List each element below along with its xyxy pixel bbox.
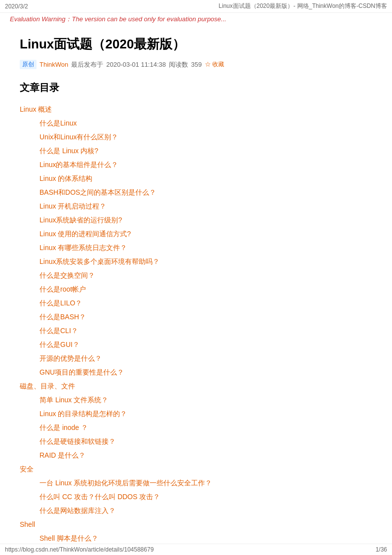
toc-item[interactable]: 什么是 inode ？ bbox=[20, 421, 372, 434]
toc-item[interactable]: BASH和DOS之间的基本区别是什么？ bbox=[20, 185, 372, 199]
top-bar-title: Linux面试题（2020最新版）- 网络_ThinkWon的博客-CSDN博客 bbox=[219, 2, 387, 10]
toc-item[interactable]: Linux的基本组件是什么？ bbox=[20, 158, 372, 171]
top-bar: 2020/3/2 Linux面试题（2020最新版）- 网络_ThinkWon的… bbox=[0, 0, 392, 13]
top-bar-date: 2020/3/2 bbox=[5, 3, 28, 10]
toc-item[interactable]: 什么是LILO？ bbox=[20, 296, 372, 310]
toc-item[interactable]: 什么叫 CC 攻击？什么叫 DDOS 攻击？ bbox=[20, 490, 372, 504]
meta-info: 原创 ThinkWon 最后发布于 2020-03-01 11:14:38 阅读… bbox=[20, 60, 372, 69]
toc-item[interactable]: 什么是CLI？ bbox=[20, 324, 372, 338]
meta-date: 2020-03-01 11:14:38 bbox=[106, 61, 166, 68]
toc-item[interactable]: 什么是BASH？ bbox=[20, 310, 372, 324]
toc-list: Linux 概述什么是LinuxUnix和Linux有什么区别？什么是 Linu… bbox=[20, 102, 372, 555]
toc-item[interactable]: Linux系统安装多个桌面环境有帮助吗？ bbox=[20, 255, 372, 268]
toc-item[interactable]: 什么是网站数据库注入？ bbox=[20, 504, 372, 517]
main-content: Linux面试题（2020最新版） 原创 ThinkWon 最后发布于 2020… bbox=[0, 26, 392, 555]
toc-item[interactable]: 什么是root帐户 bbox=[20, 282, 372, 296]
eval-warning: Evaluation Warning：The version can be us… bbox=[0, 13, 392, 26]
toc-item[interactable]: Linux 概述 bbox=[20, 102, 372, 116]
meta-author[interactable]: ThinkWon bbox=[39, 61, 68, 68]
toc-item[interactable]: 什么是硬链接和软链接？ bbox=[20, 434, 372, 448]
bottom-url[interactable]: https://blog.csdn.net/ThinkWon/article/d… bbox=[5, 546, 154, 553]
toc-item[interactable]: Linux 有哪些系统日志文件？ bbox=[20, 241, 372, 255]
star-icon: ☆ bbox=[205, 61, 211, 68]
toc-item[interactable]: Linux 开机启动过程？ bbox=[20, 199, 372, 213]
bottom-bar: https://blog.csdn.net/ThinkWon/article/d… bbox=[0, 544, 392, 555]
toc-item[interactable]: 什么是Linux bbox=[20, 116, 372, 130]
toc-title: 文章目录 bbox=[20, 81, 372, 94]
bottom-page: 1/36 bbox=[376, 546, 387, 553]
toc-item[interactable]: 磁盘、目录、文件 bbox=[20, 379, 372, 393]
toc-item[interactable]: RAID 是什么？ bbox=[20, 448, 372, 462]
meta-tag: 原创 bbox=[20, 60, 37, 69]
toc-item[interactable]: Shell bbox=[20, 517, 372, 531]
meta-collect[interactable]: ☆ 收藏 bbox=[205, 60, 224, 69]
toc-item[interactable]: Shell 脚本是什么？ bbox=[20, 531, 372, 545]
toc-item[interactable]: 安全 bbox=[20, 462, 372, 476]
page-title: Linux面试题（2020最新版） bbox=[20, 36, 372, 53]
toc-item[interactable]: Unix和Linux有什么区别？ bbox=[20, 130, 372, 144]
toc-item[interactable]: Linux 的目录结构是怎样的？ bbox=[20, 407, 372, 421]
toc-item[interactable]: 什么是交换空间？ bbox=[20, 268, 372, 282]
toc-item[interactable]: 简单 Linux 文件系统？ bbox=[20, 393, 372, 407]
meta-date-label: 最后发布于 bbox=[71, 60, 103, 69]
toc-item[interactable]: Linux系统缺省的运行级别? bbox=[20, 213, 372, 227]
toc-item[interactable]: 开源的优势是什么？ bbox=[20, 351, 372, 365]
toc-item[interactable]: 什么是 Linux 内核? bbox=[20, 144, 372, 158]
toc-item[interactable]: GNU项目的重要性是什么？ bbox=[20, 365, 372, 379]
meta-read-label: 阅读数 bbox=[169, 60, 188, 69]
collect-label: 收藏 bbox=[212, 61, 224, 68]
toc-item[interactable]: Linux 的体系结构 bbox=[20, 171, 372, 185]
toc-item[interactable]: 一台 Linux 系统初始化环境后需要做一些什么安全工作？ bbox=[20, 476, 372, 490]
meta-read-count: 359 bbox=[191, 61, 202, 68]
toc-item[interactable]: Linux 使用的进程间通信方式? bbox=[20, 227, 372, 241]
toc-item[interactable]: 什么是GUI？ bbox=[20, 338, 372, 351]
toc-section: 文章目录 Linux 概述什么是LinuxUnix和Linux有什么区别？什么是… bbox=[20, 81, 372, 555]
